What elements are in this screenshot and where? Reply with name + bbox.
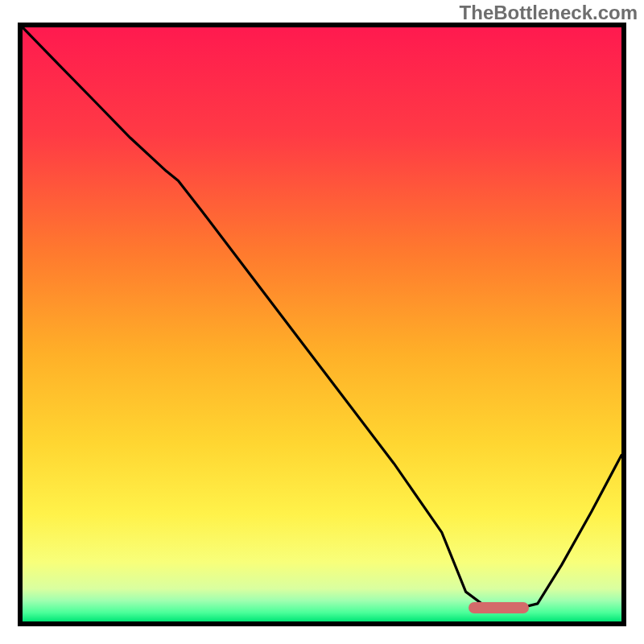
watermark-text: TheBottleneck.com [460, 2, 638, 24]
chart-container: TheBottleneck.com [0, 0, 644, 644]
chart-background-gradient [23, 27, 621, 621]
optimal-range-marker [469, 602, 528, 613]
chart-frame [18, 23, 626, 626]
svg-rect-0 [23, 27, 621, 621]
